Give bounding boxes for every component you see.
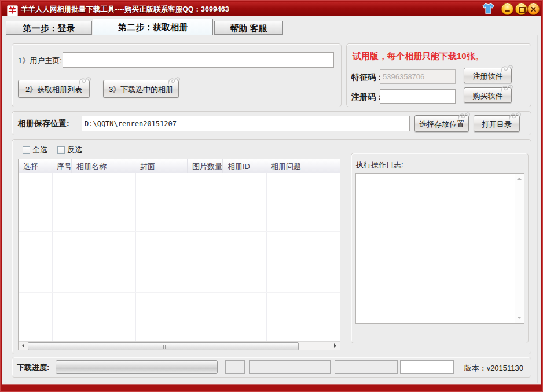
status-box-2 <box>249 360 331 374</box>
status-box-3 <box>335 360 398 374</box>
invert-selection-label: 反选 <box>67 145 82 155</box>
reg-code-label: 注册码： <box>351 92 384 102</box>
log-group: 执行操作日志: <box>351 153 529 343</box>
album-area-group: 全选 反选 选择 序号 相册名称 封面 图片数量 相册ID 相册问题 <box>12 139 531 354</box>
log-label: 执行操作日志: <box>356 160 403 170</box>
scroll-right-arrow[interactable] <box>332 342 340 350</box>
tab-step2-get-albums[interactable]: 第二步：获取相册 <box>93 19 213 35</box>
tab-help-support[interactable]: 帮助 客服 <box>214 21 283 35</box>
flourish-icon <box>457 112 471 120</box>
status-box-4 <box>400 360 454 374</box>
column-header-album-name[interactable]: 相册名称 <box>72 159 135 173</box>
homepage-input[interactable] <box>63 52 334 68</box>
horizontal-scrollbar[interactable] <box>19 341 340 350</box>
get-album-list-button[interactable]: 2》获取相册列表 <box>18 80 90 98</box>
choose-location-button[interactable]: 选择存放位置 <box>414 115 469 132</box>
user-homepage-group: 1》用户主页: 2》获取相册列表 3》下载选中的相册 <box>12 43 342 107</box>
flourish-icon <box>167 76 181 85</box>
save-path-input[interactable] <box>82 116 410 131</box>
column-header-album-question[interactable]: 相册问题 <box>266 159 340 173</box>
tab-step1-login[interactable]: 第一步：登录 <box>6 21 92 35</box>
version-label: 版本：v20151130 <box>464 363 523 373</box>
app-window: 羊 羊羊人人网相册批量下载工具----购买正版联系客服QQ：3699463 第一… <box>0 0 543 392</box>
column-header-photo-count[interactable]: 图片数量 <box>188 159 223 173</box>
registration-group: 试用版，每个相册只能下载10张。 特征码： 注册软件 注册码： 购买软件 <box>346 43 531 107</box>
shirt-icon <box>482 3 495 14</box>
select-all-checkbox[interactable]: 全选 <box>23 145 47 155</box>
download-progress-label: 下载进度: <box>17 362 49 373</box>
album-table-header: 选择 序号 相册名称 封面 图片数量 相册ID 相册问题 <box>19 159 340 173</box>
column-header-index[interactable]: 序号 <box>52 159 72 173</box>
minimize-icon <box>505 10 510 12</box>
skin-theme-button[interactable] <box>482 3 495 14</box>
feature-code-field <box>380 69 456 84</box>
homepage-label: 1》用户主页: <box>18 56 62 66</box>
maximize-icon <box>519 7 526 13</box>
app-icon: 羊 <box>7 5 18 16</box>
trial-notice: 试用版，每个相册只能下载10张。 <box>353 51 484 62</box>
invert-selection-checkbox[interactable]: 反选 <box>57 145 82 155</box>
status-box-1 <box>225 360 245 374</box>
status-bar-group: 下载进度: 版本：v20151130 <box>12 357 531 378</box>
save-location-label: 相册保存位置: <box>18 119 69 129</box>
column-header-cover[interactable]: 封面 <box>135 159 188 173</box>
download-selected-button[interactable]: 3》下载选中的相册 <box>103 80 179 98</box>
album-table-body <box>19 173 340 342</box>
checkbox-icon <box>57 146 65 154</box>
window-title: 羊羊人人网相册批量下载工具----购买正版联系客服QQ：3699463 <box>21 2 229 16</box>
download-progress-bar <box>56 360 218 374</box>
register-software-button[interactable]: 注册软件 <box>464 68 512 83</box>
buy-software-button[interactable]: 购买软件 <box>464 87 512 103</box>
flourish-icon <box>78 76 92 85</box>
scrollbar-thumb[interactable] <box>28 342 299 350</box>
maximize-button[interactable] <box>515 3 527 15</box>
scroll-left-arrow[interactable] <box>19 342 27 350</box>
arrow-right-icon <box>334 343 339 348</box>
select-all-label: 全选 <box>32 145 47 155</box>
close-button[interactable] <box>527 3 540 15</box>
album-table: 选择 序号 相册名称 封面 图片数量 相册ID 相册问题 <box>18 159 340 350</box>
scroll-up-icon[interactable] <box>517 175 522 180</box>
log-textarea[interactable] <box>355 173 524 324</box>
column-header-select[interactable]: 选择 <box>19 159 52 173</box>
reg-code-input[interactable] <box>380 89 456 104</box>
flourish-icon <box>508 112 522 120</box>
save-location-group: 相册保存位置: 选择存放位置 打开目录 <box>12 111 531 135</box>
arrow-left-icon <box>20 343 24 348</box>
open-directory-button[interactable]: 打开目录 <box>474 115 520 132</box>
column-header-album-id[interactable]: 相册ID <box>223 159 266 173</box>
checkbox-icon <box>23 146 30 154</box>
feature-code-label: 特征码： <box>351 72 384 83</box>
scroll-down-icon[interactable] <box>517 317 522 321</box>
title-bar[interactable]: 羊 羊羊人人网相册批量下载工具----购买正版联系客服QQ：3699463 <box>2 2 541 16</box>
minimize-button[interactable] <box>501 3 513 15</box>
log-vertical-scrollbar[interactable] <box>515 174 524 323</box>
